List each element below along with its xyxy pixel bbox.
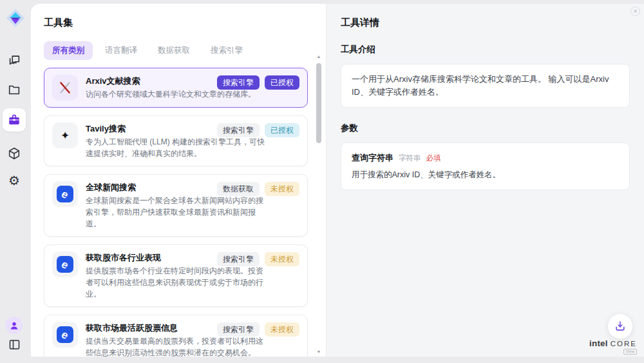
parameter-card: 查询字符串 字符串 必填 用于搜索的Arxiv ID、关键字或作者姓名。 <box>341 142 630 190</box>
tab-2[interactable]: 语言翻译 <box>97 41 146 60</box>
toolbox-icon-active[interactable] <box>3 108 26 132</box>
intro-heading: 工具介绍 <box>341 44 630 55</box>
auth-status-badge: 已授权 <box>265 123 299 137</box>
category-tabs: 所有类别语言翻译数据获取搜索引擎 <box>44 41 326 60</box>
brand-intel: intel <box>589 338 608 348</box>
category-badge: 数据获取 <box>217 182 260 196</box>
tab-3[interactable]: 数据获取 <box>149 41 198 60</box>
panel-toggle-icon[interactable] <box>6 337 22 352</box>
arxiv-icon <box>52 75 78 101</box>
gear-icon[interactable]: ⚙ <box>6 173 22 188</box>
brand-core: CORE <box>611 340 637 348</box>
category-badge: 搜索引擎 <box>217 252 260 266</box>
params-heading: 参数 <box>341 123 630 134</box>
tool-card[interactable]: Arxiv文献搜索 访问各个研究领域大量科学论文和文章的存储库。 搜索引擎 已授… <box>44 68 308 108</box>
tool-list: Arxiv文献搜索 访问各个研究领域大量科学论文和文章的存储库。 搜索引擎 已授… <box>44 68 308 357</box>
auth-status-badge: 未授权 <box>265 182 299 196</box>
app-logo <box>5 8 26 28</box>
category-badge: 搜索引擎 <box>217 75 260 90</box>
category-badge: 搜索引擎 <box>217 123 260 137</box>
tool-card[interactable]: e 全球新闻搜索 全球新闻搜索是一个聚合全球各大新闻网站内容的搜索引擎，帮助用户… <box>44 174 308 237</box>
tool-description: 提供当天交易量最高的股票列表，投资者可以利用这些信息来识别流动性强的股票和潜在的… <box>86 335 266 357</box>
tool-description: 访问各个研究领域大量科学论文和文章的存储库。 <box>86 88 266 100</box>
auth-status-badge: 未授权 <box>265 322 299 337</box>
tool-intro-card: 一个用于从Arxiv存储库搜索科学论文和文章的工具。 输入可以是Arxiv ID… <box>341 64 630 108</box>
tool-description: 提供股票市场各个行业在特定时间段内的表现。投资者可以利用这些信息来识别表现优于或… <box>86 265 266 300</box>
detail-title: 工具详情 <box>341 17 630 29</box>
tool-description: 全球新闻搜索是一个聚合全球各大新闻网站内容的搜索引擎，帮助用户快速获取全球最新资… <box>86 195 266 230</box>
tab-4[interactable]: 搜索引擎 <box>202 41 251 60</box>
parameter-type: 字符串 <box>399 153 421 163</box>
tool-card[interactable]: e 获取股市各行业表现 提供股票市场各个行业在特定时间段内的表现。投资者可以利用… <box>44 244 308 307</box>
folder-icon[interactable] <box>6 82 22 97</box>
scroll-down-icon[interactable]: ▼ <box>315 349 323 354</box>
tool-list-pane: 工具集 所有类别语言翻译数据获取搜索引擎 Arxiv文献搜索 访问各个研究领域大… <box>31 4 326 357</box>
sparkle-icon: ✦ <box>52 123 78 148</box>
params-list: 查询字符串 字符串 必填 用于搜索的Arxiv ID、关键字或作者姓名。 <box>341 142 630 190</box>
tool-card[interactable]: e 获取市场最活跃股票信息 提供当天交易量最高的股票列表，投资者可以利用这些信息… <box>44 315 308 357</box>
parameter-description: 用于搜索的Arxiv ID、关键字或作者姓名。 <box>352 170 619 181</box>
list-scrollbar[interactable]: ▲ ▼ <box>315 54 323 354</box>
category-badge: 搜索引擎 <box>217 322 260 337</box>
tool-description: 专为人工智能代理 (LLM) 构建的搜索引擎工具，可快速提供实时、准确和真实的结… <box>86 136 266 159</box>
tool-card[interactable]: ✦ Tavily搜索 专为人工智能代理 (LLM) 构建的搜索引擎工具，可快速提… <box>44 115 308 166</box>
chat-icon[interactable] <box>6 53 22 68</box>
cube-icon[interactable] <box>6 146 22 161</box>
scrollbar-thumb[interactable] <box>316 63 321 143</box>
scroll-up-icon[interactable]: ▲ <box>315 54 323 59</box>
blue-e-icon: e <box>52 251 78 277</box>
blue-e-icon: e <box>52 322 78 348</box>
page-title: 工具集 <box>44 17 326 29</box>
brand-ultra-badge: Ultra <box>623 349 637 355</box>
intel-core-logo: intel CORE Ultra <box>589 338 637 355</box>
download-button[interactable] <box>607 313 633 339</box>
close-icon[interactable]: ✕ <box>630 6 640 16</box>
parameter-name: 查询字符串 <box>352 152 393 164</box>
main-window: 工具集 所有类别语言翻译数据获取搜索引擎 Arxiv文献搜索 访问各个研究领域大… <box>31 4 644 357</box>
parameter-required-label: 必填 <box>426 153 441 163</box>
app-sidebar: ⚙ <box>0 0 31 363</box>
auth-status-badge: 已授权 <box>265 75 299 90</box>
tool-detail-pane: ✕ 工具详情 工具介绍 一个用于从Arxiv存储库搜索科学论文和文章的工具。 输… <box>326 4 644 357</box>
blue-e-icon: e <box>52 181 78 207</box>
auth-status-badge: 未授权 <box>265 252 299 266</box>
tab-1[interactable]: 所有类别 <box>44 41 93 60</box>
user-avatar-icon[interactable] <box>5 317 23 334</box>
